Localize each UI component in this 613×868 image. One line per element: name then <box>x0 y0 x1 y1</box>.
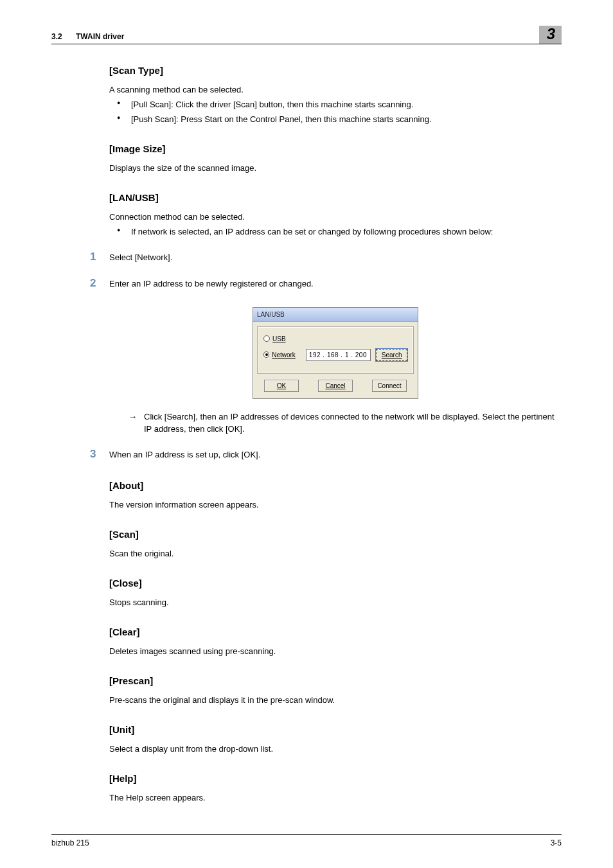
lan-usb-bullet-1: If network is selected, an IP address ca… <box>109 226 562 238</box>
step-2-row: 2 Enter an IP address to be newly regist… <box>90 275 562 292</box>
prescan-body: Pre-scans the original and displays it i… <box>109 694 562 707</box>
heading-scan: [Scan] <box>109 527 562 542</box>
cancel-button[interactable]: Cancel <box>318 380 353 392</box>
close-body: Stops scanning. <box>109 596 562 609</box>
heading-about: [About] <box>109 479 562 493</box>
heading-close: [Close] <box>109 576 562 591</box>
dialog-title: LAN/USB <box>253 308 418 322</box>
unit-body: Select a display unit from the drop-down… <box>109 743 562 756</box>
connect-button[interactable]: Connect <box>372 380 407 392</box>
chapter-badge: 3 <box>539 26 562 44</box>
clear-body: Deletes images scanned using pre-scannin… <box>109 645 562 658</box>
step-2-number: 2 <box>90 275 109 292</box>
radio-icon <box>263 351 269 358</box>
step-3-text: When an IP address is set up, click [OK]… <box>109 448 562 461</box>
step-1-text: Select [Network]. <box>109 251 562 264</box>
step-3-row: 3 When an IP address is set up, click [O… <box>90 446 562 463</box>
search-button[interactable]: Search <box>376 349 407 361</box>
page-footer: bizhub 215 3-5 <box>51 834 562 849</box>
arrow-icon: → <box>129 411 144 436</box>
network-radio-row[interactable]: Network 192 . 168 . 1 . 200 Search <box>263 349 407 361</box>
step-2-text: Enter an IP address to be newly register… <box>109 278 562 290</box>
footer-right: 3-5 <box>551 837 562 849</box>
step-2-substep: → Click [Search], then an IP addresses o… <box>129 411 562 436</box>
heading-help: [Help] <box>109 772 562 786</box>
usb-radio-label: USB <box>272 334 286 344</box>
page-header: 3.2 TWAIN driver 3 <box>51 26 562 44</box>
lan-usb-dialog: LAN/USB USB Network 192 . 168 . 1 . 200 <box>253 307 418 399</box>
ip-address-field[interactable]: 192 . 168 . 1 . 200 <box>306 349 371 361</box>
ok-button[interactable]: OK <box>264 380 299 392</box>
scan-type-bullets: [Pull Scan]: Click the driver [Scan] but… <box>109 98 562 125</box>
lan-usb-bullets: If network is selected, an IP address ca… <box>109 226 562 238</box>
dialog-screenshot: LAN/USB USB Network 192 . 168 . 1 . 200 <box>109 307 562 399</box>
step-3-number: 3 <box>90 446 109 463</box>
lan-usb-intro: Connection method can be selected. <box>109 211 562 224</box>
content-body: [Scan Type] A scanning method can be sel… <box>109 64 562 804</box>
heading-prescan: [Prescan] <box>109 674 562 689</box>
step-1-row: 1 Select [Network]. <box>90 249 562 265</box>
heading-lan-usb: [LAN/USB] <box>109 191 562 206</box>
heading-unit: [Unit] <box>109 723 562 738</box>
image-size-body: Displays the size of the scanned image. <box>109 162 562 175</box>
cancel-button-label: Cancel <box>325 381 345 391</box>
search-button-label: Search <box>382 350 402 360</box>
network-radio-label: Network <box>272 350 296 360</box>
heading-image-size: [Image Size] <box>109 142 562 157</box>
step-1-number: 1 <box>90 249 109 265</box>
ok-button-label: OK <box>277 381 286 391</box>
step-2-substep-text: Click [Search], then an IP addresses of … <box>144 411 562 436</box>
dialog-body: USB Network 192 . 168 . 1 . 200 Search O… <box>253 322 418 398</box>
heading-scan-type: [Scan Type] <box>109 64 562 78</box>
help-body: The Help screen appears. <box>109 792 562 804</box>
scan-type-intro: A scanning method can be selected. <box>109 84 562 96</box>
usb-radio-row[interactable]: USB <box>263 334 407 344</box>
dialog-group-box: USB Network 192 . 168 . 1 . 200 Search <box>258 327 413 373</box>
section-title: TWAIN driver <box>76 32 124 41</box>
about-body: The version information screen appears. <box>109 499 562 511</box>
scan-type-bullet-1: [Pull Scan]: Click the driver [Scan] but… <box>109 98 562 111</box>
radio-icon <box>263 335 270 342</box>
section-number: 3.2 <box>51 32 62 41</box>
scan-body: Scan the original. <box>109 547 562 560</box>
connect-button-label: Connect <box>377 381 401 391</box>
heading-clear: [Clear] <box>109 625 562 640</box>
dialog-button-row: OK Cancel Connect <box>258 380 413 393</box>
footer-left: bizhub 215 <box>51 837 89 849</box>
scan-type-bullet-2: [Push Scan]: Press Start on the Control … <box>109 113 562 126</box>
header-left: 3.2 TWAIN driver <box>51 31 539 42</box>
